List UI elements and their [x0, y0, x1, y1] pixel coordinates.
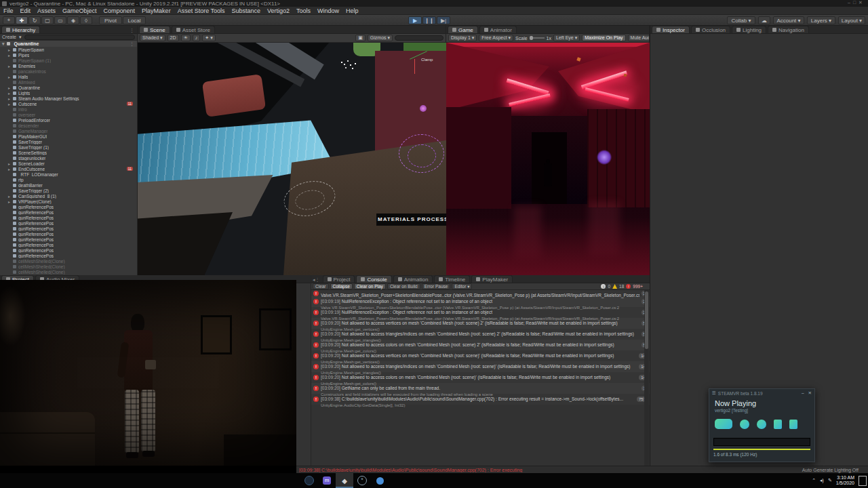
scene-lighting-icon[interactable]: ☀ — [181, 35, 191, 41]
hierarchy-item[interactable]: ▸ gunReferencePos — [0, 237, 137, 242]
expand-arrow-icon[interactable]: ▸ — [8, 75, 13, 79]
scale-slider[interactable] — [530, 37, 545, 39]
hierarchy-item[interactable]: ▸ SceneLoader — [0, 161, 137, 166]
hierarchy-item[interactable]: ▸ gunReferencePos — [0, 215, 137, 220]
menu-item[interactable]: Vertigo2 — [264, 7, 293, 14]
inspector-tab[interactable]: Lighting — [732, 26, 766, 33]
hierarchy-item[interactable]: ▸ PlayerSpawn (1) — [0, 58, 137, 63]
layout-dropdown[interactable]: Layout ▾ — [838, 16, 865, 24]
status-error-text[interactable]: [03:09:38] C:\buildslave\unity\build\Mod… — [296, 468, 523, 472]
move-tool-icon[interactable]: ✚ — [16, 16, 28, 24]
expand-arrow-icon[interactable]: ▸ — [8, 96, 13, 101]
scene-root-row[interactable]: ▾ Quarantine ⋮ — [0, 41, 137, 47]
menu-item[interactable]: Component — [100, 7, 139, 14]
hierarchy-item[interactable]: ▸ SaveTrigger — [0, 139, 137, 144]
scale-tool-icon[interactable]: ▢ — [41, 16, 54, 24]
menu-item[interactable]: File — [0, 7, 17, 14]
shaded-dropdown[interactable]: Shaded ▾ — [140, 35, 165, 41]
pivot-toggle[interactable]: Pivot — [99, 16, 122, 24]
hierarchy-item[interactable]: ▸ gunReferencePos — [0, 226, 137, 231]
steamvr-titlebar[interactable]: ☰ STEAMVR beta 1.8.19 – ✕ — [709, 389, 814, 397]
hierarchy-item[interactable]: ▸ SceneSettings — [0, 150, 137, 155]
hierarchy-item[interactable]: ▸ intro — [0, 106, 137, 112]
hierarchy-item[interactable]: ▸ Steam Audio Manager Settings — [0, 96, 137, 101]
game-tab[interactable]: Game — [448, 26, 478, 33]
taskbar-mixer-icon[interactable]: m — [318, 473, 336, 488]
scene-viewport[interactable]: MATERIALS PROCESSING Clamp — [138, 43, 446, 276]
base-station-icon[interactable] — [789, 420, 797, 429]
hierarchy-item[interactable]: ▸ gunReferencePos — [0, 204, 137, 209]
hierarchy-item[interactable]: ▸ cellMeshShelled(Clone) — [0, 258, 137, 264]
controller-left-icon[interactable] — [740, 420, 749, 429]
transform-tool-icon[interactable]: ◈ — [67, 16, 79, 24]
menu-item[interactable]: Asset Store Tools — [174, 7, 229, 14]
scene-audio-icon[interactable]: ♪ — [193, 35, 201, 41]
controller-right-icon[interactable] — [757, 420, 766, 429]
taskbar-steam-icon[interactable] — [300, 473, 318, 488]
hierarchy-item[interactable]: ▸ CanSquished_8 (1) — [0, 193, 137, 199]
menu-item[interactable]: Help — [342, 7, 362, 14]
console-tab[interactable]: Project — [323, 275, 355, 283]
headset-icon[interactable] — [715, 419, 732, 429]
hand-tool-icon[interactable]: ⌖ — [3, 16, 15, 24]
menu-item[interactable]: Tools — [293, 7, 314, 14]
expand-arrow-icon[interactable]: ▸ — [8, 53, 13, 58]
hierarchy-item[interactable]: ▸ VRPlayer(Clone) — [0, 199, 137, 204]
account-dropdown[interactable]: Account ▾ — [773, 16, 804, 24]
console-tab[interactable]: Animation — [393, 275, 433, 283]
info-icon[interactable]: i — [601, 284, 606, 289]
menu-item[interactable]: Assets — [34, 7, 59, 14]
steamvr-close-button[interactable]: ✕ — [808, 390, 812, 396]
hierarchy-item[interactable]: ▸ EndCutscene 11 — [0, 166, 137, 171]
auto-generate-lighting-toggle[interactable]: Auto Generate Lighting Off — [802, 468, 859, 472]
tray-chevron-icon[interactable]: ⌃ — [812, 478, 816, 483]
pause-button[interactable]: ❙❙ — [422, 16, 436, 24]
hierarchy-item[interactable]: ▸ Cutscene 11 — [0, 101, 137, 106]
cloud-icon[interactable]: ☁ — [758, 16, 770, 24]
window-controls[interactable]: –□✕ — [848, 0, 865, 5]
layers-dropdown[interactable]: Layers ▾ — [807, 16, 835, 24]
camera-icon[interactable]: ▣ — [355, 35, 366, 41]
scrollbar-thumb[interactable] — [645, 291, 648, 349]
hierarchy-item[interactable]: ▸ Lights — [0, 90, 137, 96]
hierarchy-item[interactable]: ▸ gunReferencePos — [0, 242, 137, 247]
hierarchy-item[interactable]: ▸ Pipes — [0, 52, 137, 58]
console-scrollbar[interactable] — [644, 290, 649, 467]
hierarchy-item[interactable]: ▸ SaveTrigger (2) — [0, 188, 137, 193]
taskbar-clock[interactable]: 3:10 AM 1/5/2020 — [836, 475, 854, 486]
gizmos-dropdown[interactable]: Gizmos ▾ — [368, 35, 393, 41]
inspector-tab[interactable]: Navigation — [768, 26, 809, 33]
hierarchy-item[interactable]: ▸ PreloadEnforcer — [0, 117, 137, 123]
expand-arrow-icon[interactable]: ▸ — [8, 102, 13, 106]
hierarchy-item[interactable]: ▸ _RTF_LODmanager — [0, 171, 137, 177]
pen-icon[interactable]: ✎ — [828, 478, 832, 483]
menu-item[interactable]: Substance — [229, 7, 264, 14]
console-tab[interactable]: Timeline — [434, 275, 470, 283]
hierarchy-search-input[interactable] — [24, 35, 135, 40]
tab-hierarchy[interactable]: Hierarchy — [1, 26, 40, 33]
menu-item[interactable]: GameObject — [59, 7, 100, 14]
hierarchy-item[interactable]: ▸ PlayMakerGUI — [0, 134, 137, 139]
expand-arrow-icon[interactable]: ▸ — [8, 194, 13, 199]
console-toolbar-button[interactable]: Clear — [313, 283, 329, 289]
panel-menu-icon[interactable]: ⋮ — [130, 28, 137, 33]
effects-dropdown[interactable]: ✦ ▾ — [202, 35, 215, 41]
hierarchy-item[interactable]: ▸ SaveTrigger (1) — [0, 144, 137, 150]
hierarchy-item[interactable]: ▸ descender — [0, 123, 137, 128]
console-toolbar-button[interactable]: Editor ▾ — [452, 283, 472, 289]
hierarchy-item[interactable]: ▸ Allmixed — [0, 79, 137, 85]
scene-tab[interactable]: Asset Store — [172, 26, 215, 33]
scene-tab[interactable]: Scene — [139, 26, 170, 33]
console-tab[interactable]: PlayMaker — [471, 275, 513, 283]
expand-arrow-icon[interactable]: ▸ — [8, 91, 13, 96]
eye-dropdown[interactable]: Left Eye ▾ — [553, 35, 580, 41]
console-tab[interactable]: Console — [356, 275, 391, 283]
expand-arrow-icon[interactable]: ▸ — [8, 85, 13, 90]
hierarchy-item[interactable]: ▸ Enemies — [0, 63, 137, 68]
steamvr-menu-icon[interactable]: ☰ — [712, 390, 716, 396]
hierarchy-item[interactable]: ▸ Quarantine — [0, 85, 137, 90]
console-toolbar-button[interactable]: Clear on Build — [387, 283, 420, 289]
hierarchy-item[interactable]: ▸ deathBarrier — [0, 182, 137, 188]
steamvr-minimize-button[interactable]: – — [802, 390, 804, 396]
hierarchy-item[interactable]: ▸ pancakeIntros — [0, 68, 137, 74]
